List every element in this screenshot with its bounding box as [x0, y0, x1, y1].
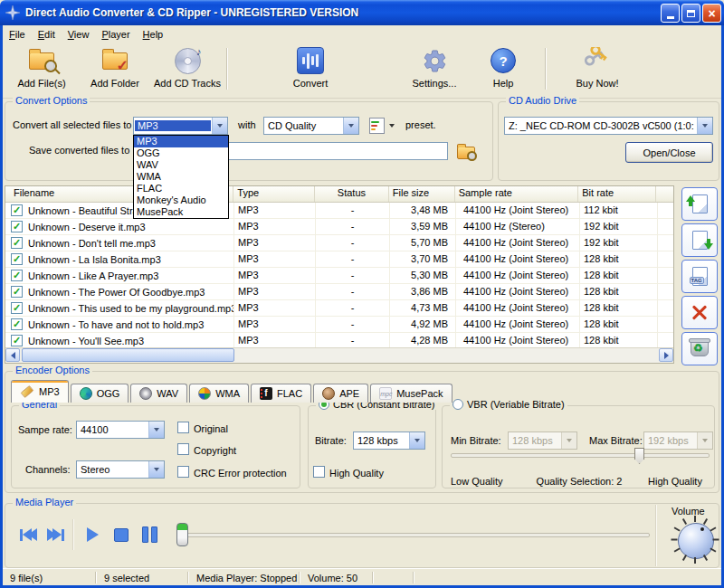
chevron-down-icon[interactable] — [148, 422, 164, 438]
seek-slider-thumb[interactable] — [176, 523, 188, 546]
add-folder-button[interactable]: ✓ Add Folder — [79, 46, 151, 93]
menu-view[interactable]: View — [62, 27, 96, 42]
dropdown-option[interactable]: WMA — [134, 171, 228, 183]
bitrate-combobox[interactable]: 128 kbps — [353, 432, 425, 450]
row-checkbox[interactable]: ✓ — [11, 270, 23, 281]
tag-editor-button[interactable]: TAG — [681, 260, 718, 293]
dropdown-option[interactable]: MusePack — [134, 206, 228, 218]
move-down-button[interactable] — [681, 223, 718, 257]
row-checkbox[interactable]: ✓ — [11, 221, 23, 232]
tab-wav[interactable]: WAV — [130, 384, 187, 403]
format-combobox[interactable]: MP3 — [133, 117, 228, 135]
seek-slider-track[interactable] — [177, 533, 650, 537]
original-checkbox[interactable] — [177, 422, 189, 433]
row-checkbox[interactable]: ✓ — [11, 318, 23, 330]
chevron-down-icon[interactable] — [697, 118, 712, 134]
volume-knob[interactable] — [671, 516, 719, 564]
help-button[interactable]: ? Help — [476, 46, 530, 93]
format-dropdown-list[interactable]: MP3OGGWAVWMAFLACMonkey's AudioMusePack — [133, 135, 229, 219]
dropdown-option[interactable]: WAV — [134, 159, 228, 171]
buy-now-button[interactable]: Buy Now! — [557, 46, 638, 93]
quality-combobox[interactable]: CD Quality — [263, 117, 359, 135]
column-header[interactable]: Type — [233, 186, 315, 202]
move-up-button[interactable] — [681, 187, 718, 221]
filename: Unknown - To have and not to hold.mp3 — [28, 318, 204, 331]
row-checkbox[interactable]: ✓ — [11, 253, 23, 265]
chevron-down-icon[interactable] — [148, 461, 164, 478]
table-row[interactable]: ✓Unknown - Don't tell me.mp3MP3-5,70 MB4… — [5, 235, 673, 251]
high-quality-checkbox[interactable] — [313, 466, 325, 478]
volume-separator — [655, 505, 657, 566]
column-header[interactable]: Status — [315, 186, 389, 202]
sample-rate-combobox[interactable]: 44100 — [76, 421, 165, 439]
dropdown-option[interactable]: Monkey's Audio — [134, 194, 228, 206]
cell: - — [316, 251, 390, 267]
table-row[interactable]: ✓Unknown - La Isla Bonita.mp3MP3-3,70 MB… — [5, 251, 673, 268]
convert-button[interactable]: Convert — [274, 46, 347, 93]
copyright-checkbox[interactable] — [177, 443, 189, 455]
play-button[interactable] — [87, 526, 99, 544]
menu-help[interactable]: Help — [137, 27, 170, 42]
remove-button[interactable] — [681, 296, 718, 329]
tab-wma[interactable]: WMA — [189, 384, 249, 403]
chevron-down-icon[interactable] — [212, 118, 227, 134]
settings-button[interactable]: Settings... — [398, 46, 471, 93]
table-row[interactable]: ✓Unknown - To have and not to hold.mp3MP… — [5, 317, 673, 333]
group-title: CD Audio Drive — [506, 95, 579, 106]
menu-edit[interactable]: Edit — [32, 27, 62, 42]
clear-list-button[interactable]: ♻ — [681, 332, 718, 365]
scroll-left-button[interactable] — [5, 348, 20, 362]
table-row[interactable]: ✓Unknown - This used to be my playground… — [5, 300, 673, 317]
convert-icon — [297, 47, 324, 74]
scroll-right-button[interactable] — [659, 348, 673, 362]
minimize-button[interactable] — [661, 4, 680, 23]
mp3-icon — [21, 385, 33, 398]
tab-flac[interactable]: fFLAC — [251, 384, 311, 403]
column-header[interactable]: File size — [389, 186, 455, 202]
column-header[interactable]: Sample rate — [455, 186, 579, 202]
row-checkbox[interactable]: ✓ — [11, 286, 23, 298]
maximize-button[interactable] — [681, 4, 700, 23]
row-checkbox[interactable]: ✓ — [11, 237, 23, 249]
knob-face[interactable] — [678, 523, 714, 559]
tab-ape[interactable]: APE — [313, 384, 368, 403]
next-track-button[interactable] — [47, 526, 64, 544]
row-checkbox[interactable]: ✓ — [11, 204, 23, 216]
add-cd-tracks-button[interactable]: ♪ Add CD Tracks — [146, 46, 229, 93]
preset-menu-button[interactable] — [369, 118, 395, 134]
menu-player[interactable]: Player — [95, 27, 136, 42]
table-row[interactable]: ✓Unknown - Like A Prayer.mp3MP3-5,30 MB4… — [5, 268, 673, 284]
close-button[interactable]: × — [702, 4, 721, 23]
pause-button[interactable] — [142, 526, 157, 544]
scrollbar-thumb[interactable] — [22, 348, 234, 362]
tab-musepack[interactable]: mpcMusePack — [370, 384, 452, 403]
horizontal-scrollbar[interactable] — [5, 347, 673, 363]
menu-file[interactable]: File — [3, 27, 32, 42]
column-header[interactable]: Bit rate — [578, 186, 656, 202]
cd-drive-combobox[interactable]: Z: _NEC CD-ROM CD-3002B vC500 (1:0: — [504, 117, 713, 135]
table-row[interactable]: ✓Unknown - Beautiful StraMP3-3,48 MB4410… — [5, 203, 673, 219]
add-files-button[interactable]: Add File(s) — [6, 46, 77, 93]
table-row[interactable]: ✓Unknown - The Power Of Goodbye.mp3MP3-3… — [5, 284, 673, 300]
browse-button[interactable] — [457, 143, 481, 161]
dropdown-option[interactable]: MP3 — [134, 136, 228, 147]
chevron-down-icon[interactable] — [409, 432, 424, 449]
toolbar-separator — [545, 48, 547, 90]
tab-mp3[interactable]: MP3 — [11, 380, 69, 403]
dropdown-option[interactable]: OGG — [134, 147, 228, 159]
row-checkbox[interactable]: ✓ — [11, 335, 23, 346]
vbr-radio-row[interactable]: VBR (Veriable Bitrate) — [450, 399, 567, 410]
channels-combobox[interactable]: Stereo — [76, 460, 165, 479]
toolbar-separator — [226, 48, 228, 90]
table-row[interactable]: ✓Unknown - Deserve it.mp3MP3-3,59 MB4410… — [5, 219, 673, 235]
crc-checkbox[interactable] — [177, 466, 189, 478]
dropdown-option[interactable]: FLAC — [134, 183, 228, 194]
tab-ogg[interactable]: OGG — [71, 384, 129, 403]
open-close-button[interactable]: Open/Close — [625, 142, 713, 163]
quality-slider-track[interactable] — [451, 453, 710, 458]
vbr-radio[interactable] — [452, 399, 463, 410]
row-checkbox[interactable]: ✓ — [11, 302, 23, 314]
stop-button[interactable] — [114, 526, 129, 544]
chevron-down-icon[interactable] — [343, 118, 358, 134]
previous-track-button[interactable] — [20, 526, 37, 544]
